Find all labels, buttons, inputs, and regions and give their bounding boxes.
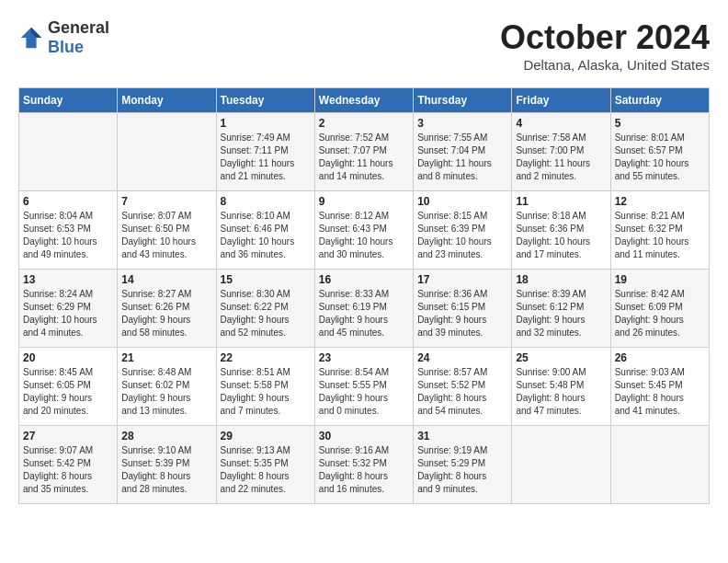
calendar-day-cell: 29Sunrise: 9:13 AM Sunset: 5:35 PM Dayli… xyxy=(216,426,314,504)
day-number: 12 xyxy=(615,195,705,208)
weekday-header-saturday: Saturday xyxy=(610,88,709,113)
day-number: 31 xyxy=(417,430,507,442)
calendar-day-cell: 3Sunrise: 7:55 AM Sunset: 7:04 PM Daylig… xyxy=(414,113,512,191)
weekday-header-monday: Monday xyxy=(118,88,216,113)
day-info: Sunrise: 9:03 AM Sunset: 5:45 PM Dayligh… xyxy=(615,366,705,418)
calendar-day-cell: 19Sunrise: 8:42 AM Sunset: 6:09 PM Dayli… xyxy=(610,270,709,348)
calendar-day-cell: 1Sunrise: 7:49 AM Sunset: 7:11 PM Daylig… xyxy=(216,113,314,191)
weekday-header-friday: Friday xyxy=(512,88,610,113)
day-info: Sunrise: 8:15 AM Sunset: 6:39 PM Dayligh… xyxy=(417,210,507,261)
day-info: Sunrise: 8:07 AM Sunset: 6:50 PM Dayligh… xyxy=(121,210,211,261)
calendar-day-cell: 5Sunrise: 8:01 AM Sunset: 6:57 PM Daylig… xyxy=(610,113,709,191)
day-number: 26 xyxy=(615,351,705,364)
weekday-header-row: SundayMondayTuesdayWednesdayThursdayFrid… xyxy=(19,88,710,113)
day-info: Sunrise: 9:07 AM Sunset: 5:42 PM Dayligh… xyxy=(23,444,113,496)
day-info: Sunrise: 8:01 AM Sunset: 6:57 PM Dayligh… xyxy=(615,132,705,183)
day-info: Sunrise: 9:19 AM Sunset: 5:29 PM Dayligh… xyxy=(417,444,507,496)
day-number: 2 xyxy=(319,117,409,130)
day-info: Sunrise: 8:45 AM Sunset: 6:05 PM Dayligh… xyxy=(23,366,113,418)
calendar-table: SundayMondayTuesdayWednesdayThursdayFrid… xyxy=(18,87,710,504)
day-number: 13 xyxy=(23,273,113,286)
day-number: 29 xyxy=(221,430,311,442)
day-number: 30 xyxy=(319,430,409,442)
calendar-day-cell: 2Sunrise: 7:52 AM Sunset: 7:07 PM Daylig… xyxy=(314,113,413,191)
day-info: Sunrise: 9:13 AM Sunset: 5:35 PM Dayligh… xyxy=(221,444,311,496)
title-block: October 2024 Deltana, Alaska, United Sta… xyxy=(500,18,710,73)
day-number: 20 xyxy=(23,351,113,364)
calendar-day-cell: 12Sunrise: 8:21 AM Sunset: 6:32 PM Dayli… xyxy=(610,191,709,270)
calendar-day-cell: 14Sunrise: 8:27 AM Sunset: 6:26 PM Dayli… xyxy=(118,270,216,348)
day-number: 10 xyxy=(417,195,507,208)
day-number: 19 xyxy=(615,273,705,286)
day-number: 11 xyxy=(516,195,606,208)
page-header: General Blue October 2024 Deltana, Alask… xyxy=(18,18,710,73)
day-number: 14 xyxy=(121,273,211,286)
calendar-header: SundayMondayTuesdayWednesdayThursdayFrid… xyxy=(19,88,710,113)
day-number: 15 xyxy=(221,273,311,286)
calendar-day-cell: 28Sunrise: 9:10 AM Sunset: 5:39 PM Dayli… xyxy=(118,426,216,504)
calendar-day-cell: 13Sunrise: 8:24 AM Sunset: 6:29 PM Dayli… xyxy=(19,270,118,348)
logo-icon xyxy=(18,25,44,51)
calendar-day-cell: 8Sunrise: 8:10 AM Sunset: 6:46 PM Daylig… xyxy=(216,191,314,270)
day-number: 3 xyxy=(417,117,507,130)
day-info: Sunrise: 8:42 AM Sunset: 6:09 PM Dayligh… xyxy=(615,288,705,339)
day-number: 1 xyxy=(221,117,311,130)
day-info: Sunrise: 7:49 AM Sunset: 7:11 PM Dayligh… xyxy=(221,132,311,183)
day-number: 9 xyxy=(319,195,409,208)
calendar-day-cell: 18Sunrise: 8:39 AM Sunset: 6:12 PM Dayli… xyxy=(512,270,610,348)
day-info: Sunrise: 8:04 AM Sunset: 6:53 PM Dayligh… xyxy=(23,210,113,261)
day-info: Sunrise: 7:52 AM Sunset: 7:07 PM Dayligh… xyxy=(319,132,409,183)
calendar-day-cell: 17Sunrise: 8:36 AM Sunset: 6:15 PM Dayli… xyxy=(414,270,512,348)
logo: General Blue xyxy=(18,18,109,57)
calendar-day-cell: 20Sunrise: 8:45 AM Sunset: 6:05 PM Dayli… xyxy=(19,348,118,426)
weekday-header-sunday: Sunday xyxy=(19,88,118,113)
day-info: Sunrise: 8:21 AM Sunset: 6:32 PM Dayligh… xyxy=(615,210,705,261)
day-info: Sunrise: 8:30 AM Sunset: 6:22 PM Dayligh… xyxy=(221,288,311,339)
day-number: 28 xyxy=(121,430,211,442)
calendar-week-row: 6Sunrise: 8:04 AM Sunset: 6:53 PM Daylig… xyxy=(19,191,710,270)
calendar-day-cell: 23Sunrise: 8:54 AM Sunset: 5:55 PM Dayli… xyxy=(314,348,413,426)
calendar-day-cell: 10Sunrise: 8:15 AM Sunset: 6:39 PM Dayli… xyxy=(414,191,512,270)
calendar-week-row: 27Sunrise: 9:07 AM Sunset: 5:42 PM Dayli… xyxy=(19,426,710,504)
day-info: Sunrise: 8:27 AM Sunset: 6:26 PM Dayligh… xyxy=(121,288,211,339)
calendar-day-cell: 21Sunrise: 8:48 AM Sunset: 6:02 PM Dayli… xyxy=(118,348,216,426)
logo-text-blue: Blue xyxy=(48,38,84,56)
day-number: 16 xyxy=(319,273,409,286)
calendar-location: Deltana, Alaska, United States xyxy=(500,57,710,73)
calendar-day-cell xyxy=(19,113,118,191)
day-number: 7 xyxy=(121,195,211,208)
calendar-day-cell: 31Sunrise: 9:19 AM Sunset: 5:29 PM Dayli… xyxy=(414,426,512,504)
day-info: Sunrise: 8:33 AM Sunset: 6:19 PM Dayligh… xyxy=(319,288,409,339)
calendar-day-cell xyxy=(512,426,610,504)
calendar-day-cell: 30Sunrise: 9:16 AM Sunset: 5:32 PM Dayli… xyxy=(314,426,413,504)
day-info: Sunrise: 8:51 AM Sunset: 5:58 PM Dayligh… xyxy=(221,366,311,418)
weekday-header-thursday: Thursday xyxy=(414,88,512,113)
calendar-title: October 2024 xyxy=(500,18,710,57)
calendar-day-cell: 6Sunrise: 8:04 AM Sunset: 6:53 PM Daylig… xyxy=(19,191,118,270)
day-info: Sunrise: 9:16 AM Sunset: 5:32 PM Dayligh… xyxy=(319,444,409,496)
calendar-day-cell: 7Sunrise: 8:07 AM Sunset: 6:50 PM Daylig… xyxy=(118,191,216,270)
calendar-day-cell xyxy=(118,113,216,191)
day-number: 24 xyxy=(417,351,507,364)
calendar-body: 1Sunrise: 7:49 AM Sunset: 7:11 PM Daylig… xyxy=(19,113,710,504)
logo-text-general: General xyxy=(48,18,109,37)
calendar-week-row: 13Sunrise: 8:24 AM Sunset: 6:29 PM Dayli… xyxy=(19,270,710,348)
day-number: 8 xyxy=(221,195,311,208)
day-info: Sunrise: 8:39 AM Sunset: 6:12 PM Dayligh… xyxy=(516,288,606,339)
calendar-week-row: 20Sunrise: 8:45 AM Sunset: 6:05 PM Dayli… xyxy=(19,348,710,426)
day-info: Sunrise: 9:00 AM Sunset: 5:48 PM Dayligh… xyxy=(516,366,606,418)
weekday-header-tuesday: Tuesday xyxy=(216,88,314,113)
day-number: 6 xyxy=(23,195,113,208)
day-number: 23 xyxy=(319,351,409,364)
calendar-day-cell: 24Sunrise: 8:57 AM Sunset: 5:52 PM Dayli… xyxy=(414,348,512,426)
day-info: Sunrise: 8:24 AM Sunset: 6:29 PM Dayligh… xyxy=(23,288,113,339)
calendar-day-cell: 22Sunrise: 8:51 AM Sunset: 5:58 PM Dayli… xyxy=(216,348,314,426)
day-info: Sunrise: 7:58 AM Sunset: 7:00 PM Dayligh… xyxy=(516,132,606,183)
day-number: 25 xyxy=(516,351,606,364)
day-info: Sunrise: 8:10 AM Sunset: 6:46 PM Dayligh… xyxy=(221,210,311,261)
day-info: Sunrise: 8:54 AM Sunset: 5:55 PM Dayligh… xyxy=(319,366,409,418)
day-number: 4 xyxy=(516,117,606,130)
calendar-day-cell: 15Sunrise: 8:30 AM Sunset: 6:22 PM Dayli… xyxy=(216,270,314,348)
day-number: 22 xyxy=(221,351,311,364)
calendar-week-row: 1Sunrise: 7:49 AM Sunset: 7:11 PM Daylig… xyxy=(19,113,710,191)
